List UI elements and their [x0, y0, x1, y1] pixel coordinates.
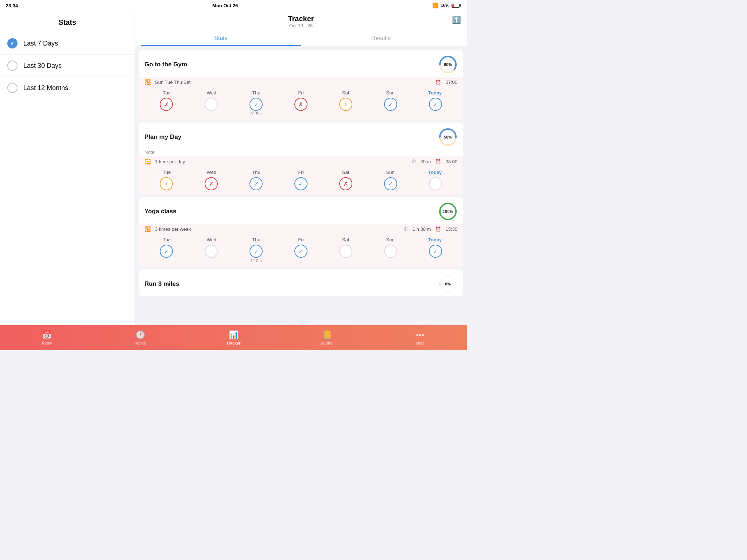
nav-item-habits[interactable]: 🕐Habits: [93, 330, 187, 345]
radio-7days[interactable]: [7, 38, 18, 48]
day-cell-Tue: ›: [144, 177, 189, 190]
day-header-Sun: Sun: [368, 90, 413, 96]
nav-icon-more: •••: [416, 330, 424, 340]
habit-card-0: Go to the Gym 60%🔁Sun Tue Thu Sat⏰07:00T…: [139, 50, 463, 120]
day-btn-Sat[interactable]: ›: [339, 98, 352, 111]
radio-12months[interactable]: [7, 83, 18, 93]
day-header-Sat: Sat: [323, 170, 368, 175]
day-header-Thu: Thu: [234, 170, 279, 175]
day-cell-Sat: [324, 245, 368, 263]
sidebar-option-30days[interactable]: Last 30 Days: [0, 55, 135, 77]
repeat-label-2: 3 times per week: [155, 226, 191, 232]
day-header-Tue: Tue: [144, 237, 189, 242]
day-header-Fri: Fri: [279, 90, 324, 96]
day-cell-Sun: [368, 245, 413, 263]
day-cell-Today: [413, 177, 457, 190]
habit-title-2: Yoga class: [144, 208, 177, 215]
habit-name-2: Yoga class: [144, 208, 177, 215]
days-grid-2: TueWedThuFriSatSunToday✓✓1:10m✓✓: [139, 234, 463, 267]
habit-progress-3: 0%: [438, 275, 457, 293]
day-btn-Fri[interactable]: ✓: [294, 177, 307, 190]
day-header-Thu: Thu: [234, 237, 279, 242]
habit-progress-1: 50%: [438, 128, 457, 147]
habit-card-2: Yoga class 100%🔁3 times per week⏱1 h 30 …: [139, 197, 463, 267]
day-cell-Sat: ✗: [324, 177, 368, 190]
radio-30days[interactable]: [7, 61, 18, 71]
time-icon-0: ⏰: [435, 79, 441, 85]
day-btn-Today[interactable]: ✓: [429, 98, 442, 111]
day-header-Today: Today: [413, 170, 457, 175]
habit-card-3: Run 3 miles 0%: [139, 269, 463, 296]
day-cell-Tue: ✗: [144, 98, 189, 116]
nav-label-today: Today: [41, 341, 52, 345]
nav-icon-today: 📅: [42, 330, 52, 340]
nav-item-journal[interactable]: 📒Journal: [280, 330, 374, 345]
nav-label-habits: Habits: [134, 341, 146, 345]
share-icon[interactable]: ⬆️: [452, 15, 461, 24]
day-cell-Wed: [189, 245, 233, 263]
day-btn-Sun[interactable]: ✓: [384, 98, 397, 111]
status-bar: 23:34 Mon Oct 26 📶 16%: [0, 0, 467, 11]
day-header-Sat: Sat: [323, 90, 368, 96]
habit-progress-label-0: 60%: [444, 62, 452, 67]
sidebar-option-12months[interactable]: Last 12 Months: [0, 77, 135, 99]
day-btn-Wed[interactable]: [205, 245, 218, 258]
tab-results[interactable]: Results: [301, 31, 461, 46]
day-btn-Tue[interactable]: ✓: [160, 245, 173, 258]
habit-progress-label-1: 50%: [444, 135, 452, 139]
day-btn-Today[interactable]: ✓: [429, 245, 442, 258]
tab-stats[interactable]: Stats: [141, 31, 301, 46]
nav-item-more[interactable]: •••More: [374, 330, 467, 345]
status-time: 23:34: [6, 3, 18, 8]
habit-title-3: Run 3 miles: [144, 280, 179, 288]
day-btn-Today[interactable]: [429, 177, 442, 190]
habit-note-1: Note: [139, 149, 463, 156]
day-btn-Sat[interactable]: ✗: [339, 177, 352, 190]
habit-progress-0: 60%: [438, 55, 457, 74]
time-icon-1: ⏰: [435, 159, 441, 164]
habit-title-1: Plan my Day: [144, 133, 181, 141]
day-btn-Tue[interactable]: ›: [160, 177, 173, 190]
habit-header-2: Yoga class 100%: [139, 197, 463, 224]
day-btn-Sun[interactable]: ✓: [384, 177, 397, 190]
day-btn-Tue[interactable]: ✗: [160, 98, 173, 111]
wifi-icon: 📶: [432, 3, 438, 8]
day-btn-Fri[interactable]: ✗: [294, 98, 307, 111]
nav-item-today[interactable]: 📅Today: [0, 330, 93, 345]
time-label-2: 15:30: [445, 226, 457, 232]
habit-meta-0: 🔁Sun Tue Thu Sat⏰07:00: [139, 77, 463, 87]
sidebar-option-7days[interactable]: Last 7 Days: [0, 32, 135, 55]
day-sub-Thu: 1:10m: [251, 258, 262, 263]
habit-name-1: Plan my Day: [144, 133, 181, 141]
nav-label-journal: Journal: [320, 341, 333, 345]
day-header-Tue: Tue: [144, 90, 189, 96]
day-btn-Fri[interactable]: ✓: [294, 245, 307, 258]
battery-icon: [452, 4, 461, 8]
nav-icon-journal: 📒: [322, 330, 332, 340]
day-btn-Sun[interactable]: [384, 245, 397, 258]
sidebar: Stats Last 7 Days Last 30 Days Last 12 M…: [0, 11, 135, 325]
habits-list: Go to the Gym 60%🔁Sun Tue Thu Sat⏰07:00T…: [135, 46, 467, 325]
battery-label: 16%: [441, 3, 449, 8]
habit-name-3: Run 3 miles: [144, 280, 179, 288]
day-btn-Sat[interactable]: [339, 245, 352, 258]
repeat-label-0: Sun Tue Thu Sat: [155, 79, 190, 85]
day-cell-Today: ✓: [413, 98, 457, 116]
habit-header-3: Run 3 miles 0%: [139, 269, 463, 296]
sidebar-title: Stats: [0, 15, 135, 32]
day-btn-Thu[interactable]: ✓: [249, 177, 263, 190]
time-label-0: 07:00: [445, 79, 457, 85]
habit-progress-label-2: 100%: [443, 209, 453, 214]
nav-item-tracker[interactable]: 📊Tracker: [187, 330, 280, 345]
day-cell-Fri: ✓: [279, 177, 323, 190]
habit-title-0: Go to the Gym: [144, 61, 187, 68]
day-btn-Thu[interactable]: ✓: [249, 245, 263, 258]
status-right: 📶 16%: [432, 3, 461, 8]
day-btn-Wed[interactable]: ✗: [205, 177, 218, 190]
day-header-Wed: Wed: [189, 90, 234, 96]
nav-label-tracker: Tracker: [226, 341, 240, 345]
day-btn-Wed[interactable]: [205, 98, 218, 111]
day-btn-Thu[interactable]: ✓: [249, 98, 263, 111]
tabs: Stats Results: [141, 31, 461, 46]
tracker-date-range: Oct 19 - 26: [289, 23, 313, 28]
